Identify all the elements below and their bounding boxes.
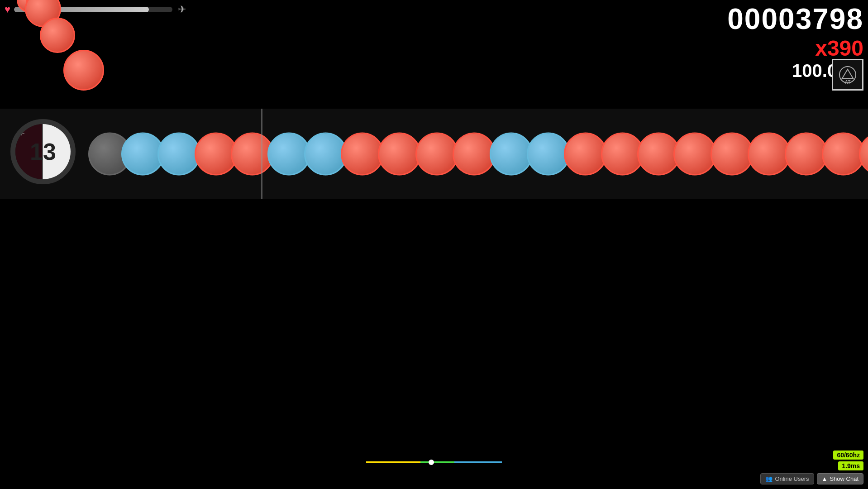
progress-bar — [366, 461, 502, 463]
note-red — [711, 133, 754, 176]
show-chat-label: Show Chat — [830, 475, 858, 482]
online-users-button[interactable]: 👥 Online Users — [760, 473, 814, 484]
score-value: 00003798 — [727, 2, 863, 36]
progress-bar-blue — [454, 461, 502, 463]
note-red — [859, 133, 868, 176]
online-users-icon: 👥 — [765, 475, 773, 482]
note-red — [785, 133, 828, 176]
note-red — [673, 133, 716, 176]
drum-f-label: F — [21, 129, 25, 137]
note-blue — [490, 133, 533, 176]
notes-container — [0, 109, 868, 199]
fps-display: 60/60hz — [833, 451, 863, 460]
progress-bar-container — [366, 460, 502, 464]
falling-notes-area — [0, 0, 181, 118]
note-red — [748, 133, 791, 176]
svg-text:AT: AT — [845, 80, 851, 85]
falling-note — [63, 50, 104, 91]
note-blue — [157, 133, 200, 176]
drum-number: 13 — [30, 138, 56, 165]
note-red — [415, 133, 458, 176]
progress-indicator — [429, 460, 434, 465]
online-users-label: Online Users — [775, 475, 809, 482]
progress-bar-green — [420, 461, 454, 463]
at-icon: AT — [832, 59, 863, 91]
note-blue — [527, 133, 570, 176]
note-red — [564, 133, 607, 176]
progress-bar-yellow — [366, 461, 420, 463]
note-red — [822, 133, 865, 176]
show-chat-button[interactable]: ▲ Show Chat — [817, 473, 863, 484]
note-red — [341, 133, 384, 176]
bottom-right-ui: 60/60hz 1.9ms 👥 Online Users ▲ Show Chat — [760, 451, 863, 484]
falling-note — [40, 18, 75, 53]
svg-marker-1 — [842, 69, 853, 78]
chat-expand-icon: ▲ — [822, 475, 828, 482]
note-red — [453, 133, 496, 176]
at-icon-svg: AT — [838, 65, 858, 85]
hit-line — [261, 109, 262, 199]
note-red — [378, 133, 421, 176]
bottom-buttons: 👥 Online Users ▲ Show Chat — [760, 473, 863, 484]
combo-value: x390 — [727, 36, 863, 61]
latency-display: 1.9ms — [838, 461, 863, 470]
